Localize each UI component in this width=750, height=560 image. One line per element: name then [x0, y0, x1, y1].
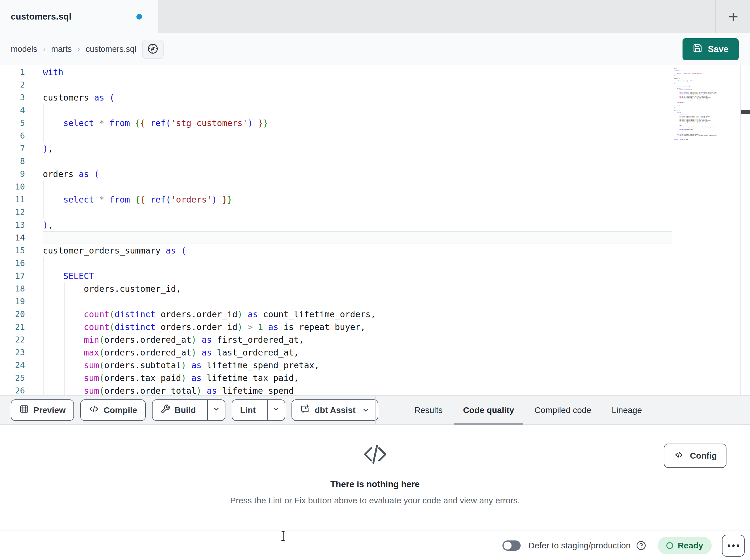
- code-line[interactable]: SELECT: [43, 270, 672, 283]
- dbt-assist-button[interactable]: dbt Assist: [292, 399, 378, 421]
- code-line[interactable]: customer_orders_summary as (: [43, 244, 672, 257]
- indent-guide: [43, 308, 44, 320]
- empty-state-subtitle: Press the Lint or Fix button above to ev…: [177, 496, 574, 505]
- line-number: 24: [0, 359, 25, 372]
- toolbar-tabs-divider: [375, 396, 376, 424]
- indent-guide: [43, 117, 44, 129]
- line-number: 4: [0, 104, 25, 117]
- tab-results[interactable]: Results: [404, 396, 453, 424]
- code-line[interactable]: select * from {{ ref('stg_customers') }}: [43, 117, 672, 129]
- lint-dropdown-button[interactable]: [267, 400, 285, 420]
- code-line[interactable]: min(orders.ordered_at) as first_ordered_…: [43, 333, 672, 346]
- code-line[interactable]: [43, 206, 672, 219]
- defer-toggle[interactable]: [502, 540, 520, 551]
- code-line[interactable]: sum(orders.subtotal) as lifetime_spend_p…: [43, 359, 672, 372]
- line-number: 1: [0, 66, 25, 79]
- indent-guide: [43, 283, 44, 295]
- toggle-knob: [504, 542, 512, 549]
- code-line[interactable]: orders.customer_id,: [43, 283, 672, 295]
- file-header: models › marts › customers.sql: [0, 33, 750, 65]
- code-quality-panel: There is nothing here Press the Lint or …: [0, 425, 750, 531]
- indent-guide: [64, 385, 65, 395]
- indent-guide: [64, 320, 65, 333]
- tab-customers-sql[interactable]: customers.sql: [0, 0, 158, 33]
- code-line[interactable]: sum(orders.order_total) as lifetime_spen…: [43, 385, 672, 395]
- indent-guide: [43, 385, 44, 395]
- code-line[interactable]: [43, 155, 672, 168]
- editor-scrollbar-thumb[interactable]: [741, 110, 750, 114]
- assist-chat-sparkle-icon: [300, 404, 310, 416]
- new-tab-button[interactable]: +: [716, 0, 750, 33]
- chevron-right-icon: ›: [43, 45, 46, 54]
- indent-guide: [43, 129, 44, 142]
- help-circle-icon[interactable]: [636, 540, 647, 551]
- indent-guide: [64, 359, 65, 372]
- indent-guide: [43, 270, 44, 283]
- more-options-button[interactable]: [722, 535, 745, 557]
- breadcrumb-models[interactable]: models: [11, 44, 37, 54]
- save-button[interactable]: Save: [683, 38, 739, 60]
- editor-toolbar: Preview Compile Build: [0, 395, 750, 425]
- ready-label: Ready: [678, 541, 703, 551]
- lint-button-label: Lint: [240, 405, 256, 415]
- code-editor[interactable]: 1234567891011121314151617181920212223242…: [0, 65, 750, 395]
- indent-guide: [43, 333, 44, 346]
- code-line[interactable]: [43, 181, 672, 193]
- config-button[interactable]: Config: [664, 443, 727, 468]
- code-line[interactable]: customers as (: [43, 91, 672, 104]
- tab-lineage[interactable]: Lineage: [601, 396, 652, 424]
- code-line[interactable]: count(distinct orders.order_id) as count…: [43, 308, 672, 320]
- preview-button-label: Preview: [34, 405, 65, 415]
- line-number-gutter: 1234567891011121314151617181920212223242…: [0, 66, 25, 395]
- code-line[interactable]: [43, 257, 672, 270]
- defer-label: Defer to staging/production: [529, 541, 631, 551]
- lineage-compass-button[interactable]: [142, 40, 164, 59]
- compass-icon: [147, 43, 159, 56]
- line-number: 17: [0, 270, 25, 283]
- code-line[interactable]: with: [43, 66, 672, 79]
- code-slash-icon: [177, 441, 574, 469]
- indent-guide: [43, 295, 44, 308]
- lint-button[interactable]: Lint: [232, 400, 262, 420]
- code-line[interactable]: [43, 104, 672, 117]
- breadcrumb-marts[interactable]: marts: [51, 44, 72, 54]
- line-number: 21: [0, 320, 25, 333]
- code-line[interactable]: [43, 129, 672, 142]
- code-line[interactable]: [43, 295, 672, 308]
- indent-guide: [64, 283, 65, 295]
- unsaved-changes-dot-icon: [136, 14, 142, 20]
- line-number: 13: [0, 219, 25, 231]
- tab-compiled-code[interactable]: Compiled code: [524, 396, 601, 424]
- indent-guide: [43, 257, 44, 270]
- line-number: 12: [0, 206, 25, 219]
- code-line[interactable]: [43, 79, 672, 91]
- breadcrumb-file[interactable]: customers.sql: [86, 44, 136, 54]
- code-line[interactable]: [43, 231, 672, 244]
- line-number: 19: [0, 295, 25, 308]
- tab-code-quality[interactable]: Code quality: [453, 396, 524, 424]
- indent-guide: [64, 295, 65, 308]
- code-line[interactable]: select * from {{ ref('orders') }}: [43, 193, 672, 206]
- code-line[interactable]: max(orders.ordered_at) as last_ordered_a…: [43, 346, 672, 359]
- code-line[interactable]: ),: [43, 219, 672, 231]
- compile-button[interactable]: Compile: [80, 399, 145, 421]
- build-button[interactable]: Build: [153, 400, 203, 420]
- line-number: 9: [0, 168, 25, 181]
- line-number: 25: [0, 372, 25, 385]
- code-area[interactable]: withcustomers as ( select * from {{ ref(…: [43, 66, 672, 395]
- indent-guide: [43, 104, 44, 117]
- preview-button[interactable]: Preview: [11, 399, 74, 421]
- build-dropdown-button[interactable]: [207, 400, 225, 420]
- line-number: 3: [0, 91, 25, 104]
- code-line[interactable]: orders as (: [43, 168, 672, 181]
- line-number: 6: [0, 129, 25, 142]
- minimap[interactable]: with customers as ( select * from {{ ref…: [674, 67, 716, 249]
- code-line[interactable]: sum(orders.tax_paid) as lifetime_tax_pai…: [43, 372, 672, 385]
- code-line[interactable]: ),: [43, 142, 672, 155]
- indent-guide: [43, 320, 44, 333]
- line-number: 23: [0, 346, 25, 359]
- code-line[interactable]: count(distinct orders.order_id) > 1 as i…: [43, 320, 672, 333]
- dbt-assist-button-label: dbt Assist: [315, 405, 356, 415]
- indent-guide: [43, 346, 44, 359]
- ready-circle-icon: [666, 542, 673, 549]
